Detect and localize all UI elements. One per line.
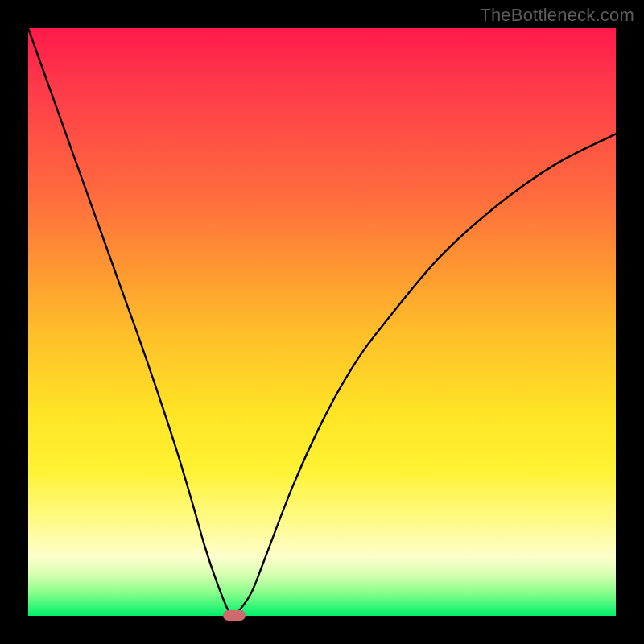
minimum-marker xyxy=(223,610,246,621)
bottleneck-curve xyxy=(28,28,616,616)
plot-area xyxy=(28,28,616,616)
watermark-text: TheBottleneck.com xyxy=(480,5,634,26)
chart-frame: TheBottleneck.com xyxy=(0,0,644,644)
